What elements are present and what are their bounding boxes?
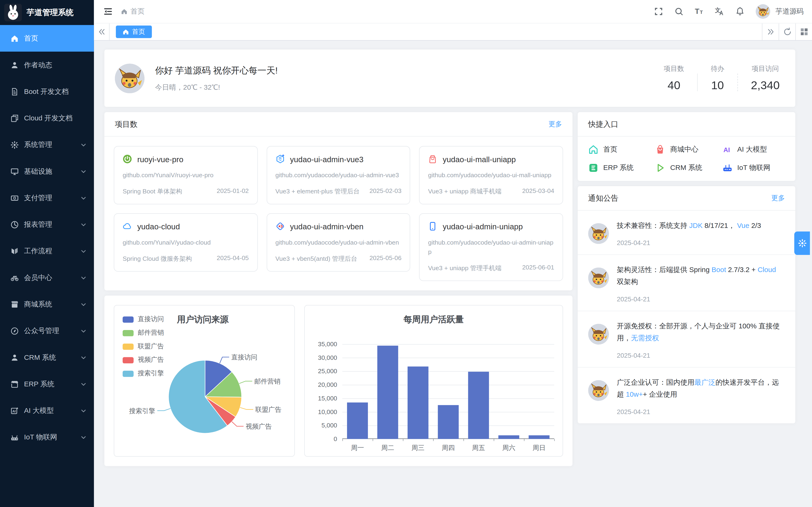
welcome-stat: 项目访问2,340	[738, 64, 779, 92]
sidebar-item-infra[interactable]: 基础设施	[0, 158, 94, 184]
tab-bar: 首页	[94, 23, 812, 41]
sidebar-item-pay[interactable]: 支付管理	[0, 184, 94, 211]
x-axis-tick	[433, 439, 434, 441]
chevron-down-icon	[80, 407, 87, 414]
notices-card: 通知公告 更多 技术兼容性：系统支持 JDK 8/17/21， Vue 2/32…	[578, 186, 795, 423]
y-axis-tick: 5,000	[321, 422, 337, 429]
quick-entry-CRM 系统[interactable]: CRM 系统	[655, 163, 718, 173]
project-date: 2025-02-03	[369, 187, 401, 196]
notice-body: 开源免授权：全部开源，个人与企业可 100% 直接使用，无需授权2025-04-…	[617, 321, 785, 359]
tab-label: 首页	[132, 27, 145, 36]
quick-entry-商城中心[interactable]: 商城中心	[655, 144, 718, 155]
bar-周五	[468, 372, 489, 439]
y-axis-tick: 20,000	[318, 381, 337, 388]
search-icon[interactable]	[674, 7, 684, 16]
tab-home[interactable]: 首页	[116, 25, 152, 38]
welcome-stats: 项目数40待办10项目访问2,340	[651, 64, 780, 92]
y-axis-tick: 15,000	[318, 395, 337, 402]
username[interactable]: 芋道源码	[775, 7, 804, 16]
project-card-yudao-ui-admin-vue3[interactable]: yudao-ui-admin-vue3github.com/yudaocode/…	[266, 146, 410, 205]
project-card-ruoyi-vue-pro[interactable]: ruoyi-vue-progithub.com/YunaiV/ruoyi-vue…	[114, 146, 257, 205]
topbar: 首页 TT文 芋道源码	[94, 0, 812, 23]
project-url: github.com/YunaiV/ruoyi-vue-pro	[123, 170, 249, 180]
sidebar-item-workflow[interactable]: 工作流程	[0, 238, 94, 264]
stat-label: 项目数	[664, 64, 684, 73]
sidebar-item-home[interactable]: 首页	[0, 25, 94, 52]
welcome-greeting: 你好 芋道源码 祝你开心每一天!	[155, 64, 278, 76]
notices-more-link[interactable]: 更多	[771, 193, 785, 203]
welcome-texts: 你好 芋道源码 祝你开心每一天! 今日晴，20℃ - 32℃!	[155, 64, 278, 92]
gear-icon	[10, 140, 19, 149]
workflow-icon	[10, 247, 19, 256]
user-avatar[interactable]	[756, 4, 770, 19]
q-mall-icon	[655, 144, 665, 155]
quick-entry-IoT 物联网[interactable]: IoT 物联网	[722, 163, 785, 173]
sidebar-item-crm[interactable]: CRM 系统	[0, 344, 94, 371]
bar-chart-plot: 周一周二周三周四周五周六周日	[342, 344, 554, 439]
project-meta: Vue3 + uniapp 商城手机端2025-03-04	[428, 187, 554, 196]
fullscreen-icon[interactable]	[654, 7, 663, 16]
stat-value: 2,340	[751, 78, 779, 92]
right-column: 快捷入口 首页商城中心AIAI 大模型ERP 系统CRM 系统IoT 物联网 通…	[578, 112, 795, 466]
doc-icon	[10, 87, 19, 96]
project-card-yudao-ui-admin-vben[interactable]: yudao-ui-admin-vbengithub.com/yudaocode/…	[266, 213, 410, 272]
project-name: yudao-ui-mall-uniapp	[443, 155, 516, 164]
app-logo[interactable]: 芋道管理系统	[0, 0, 94, 25]
project-meta: Spring Boot 单体架构2025-01-02	[123, 187, 249, 196]
tab-options-button[interactable]	[795, 23, 812, 40]
topbar-icon-group: TT文	[654, 7, 745, 16]
sidebar-item-author[interactable]: 作者动态	[0, 52, 94, 78]
language-icon[interactable]: 文	[715, 7, 724, 16]
sidebar-menu: 首页作者动态Boot 开发文档Cloud 开发文档系统管理基础设施支付管理报表管…	[0, 25, 94, 507]
notice-body: 广泛企业认可：国内使用最广泛的快速开发平台，远超 10w++ 企业使用2025-…	[617, 377, 785, 415]
settings-button[interactable]	[794, 231, 810, 255]
sidebar-item-system[interactable]: 系统管理	[0, 131, 94, 158]
scroll-tabs-left-button[interactable]	[94, 23, 110, 40]
svg-text:T: T	[695, 7, 699, 15]
notice-date: 2025-04-21	[617, 408, 785, 415]
quick-entry-首页[interactable]: 首页	[588, 144, 651, 155]
sidebar-item-boot-doc[interactable]: Boot 开发文档	[0, 78, 94, 105]
shop-icon	[10, 300, 19, 308]
notice-item[interactable]: 架构灵活性：后端提供 Spring Boot 2.7/3.2 + Cloud 双…	[578, 255, 795, 311]
notice-title: 广泛企业认可：国内使用最广泛的快速开发平台，远超 10w++ 企业使用	[617, 377, 785, 401]
refresh-tab-button[interactable]	[779, 23, 795, 40]
notice-item[interactable]: 广泛企业认可：国内使用最广泛的快速开发平台，远超 10w++ 企业使用2025-…	[578, 367, 795, 423]
sidebar-item-ai[interactable]: AIAI 大模型	[0, 397, 94, 424]
bell-icon[interactable]	[735, 7, 745, 16]
compass-icon	[10, 327, 19, 335]
sidebar-item-label: 首页	[24, 34, 38, 43]
sidebar-item-member[interactable]: 会员中心	[0, 264, 94, 291]
notice-item[interactable]: 技术兼容性：系统支持 JDK 8/17/21， Vue 2/32025-04-2…	[578, 211, 795, 254]
font-size-icon[interactable]: TT	[695, 7, 704, 16]
projects-more-link[interactable]: 更多	[548, 119, 562, 129]
project-name: ruoyi-vue-pro	[137, 155, 183, 164]
project-name: yudao-ui-admin-vben	[290, 222, 363, 231]
project-card-yudao-ui-mall-uniapp[interactable]: yudao-ui-mall-uniappgithub.com/yudaocode…	[419, 146, 563, 205]
sidebar-item-iot[interactable]: IoT 物联网	[0, 424, 94, 450]
content-columns: 项目数 更多 ruoyi-vue-progithub.com/YunaiV/ru…	[104, 112, 795, 466]
x-axis-label: 周二	[381, 444, 395, 453]
collapse-menu-icon[interactable]	[103, 7, 113, 16]
scroll-tabs-right-button[interactable]	[762, 23, 779, 40]
quick-entry-ERP 系统[interactable]: ERP 系统	[588, 163, 651, 173]
sidebar-item-cloud-doc[interactable]: Cloud 开发文档	[0, 105, 94, 131]
p-mall-icon	[428, 154, 438, 164]
project-card-yudao-ui-admin-uniapp[interactable]: yudao-ui-admin-uniappgithub.com/yudaocod…	[419, 213, 563, 281]
quick-entry-header: 快捷入口	[578, 112, 795, 136]
project-name-row: yudao-ui-admin-uniapp	[428, 222, 554, 231]
project-card-yudao-cloud[interactable]: yudao-cloudgithub.com/YunaiV/yudao-cloud…	[114, 213, 257, 272]
project-name: yudao-cloud	[137, 222, 180, 231]
sidebar-item-mall[interactable]: 商城系统	[0, 291, 94, 317]
stat-label: 待办	[711, 64, 724, 73]
notice-item[interactable]: 开源免授权：全部开源，个人与企业可 100% 直接使用，无需授权2025-04-…	[578, 311, 795, 367]
quick-entry-AI 大模型[interactable]: AIAI 大模型	[722, 144, 785, 155]
sidebar-item-report[interactable]: 报表管理	[0, 211, 94, 238]
sidebar-item-erp[interactable]: ERP 系统	[0, 371, 94, 397]
projects-title: 项目数	[115, 119, 138, 129]
tabbar-spacer	[152, 23, 762, 40]
app-title: 芋道管理系统	[27, 7, 73, 17]
sidebar-item-mp[interactable]: 公众号管理	[0, 318, 94, 344]
project-name-row: yudao-ui-admin-vue3	[275, 154, 402, 164]
chevron-down-icon	[80, 221, 87, 228]
